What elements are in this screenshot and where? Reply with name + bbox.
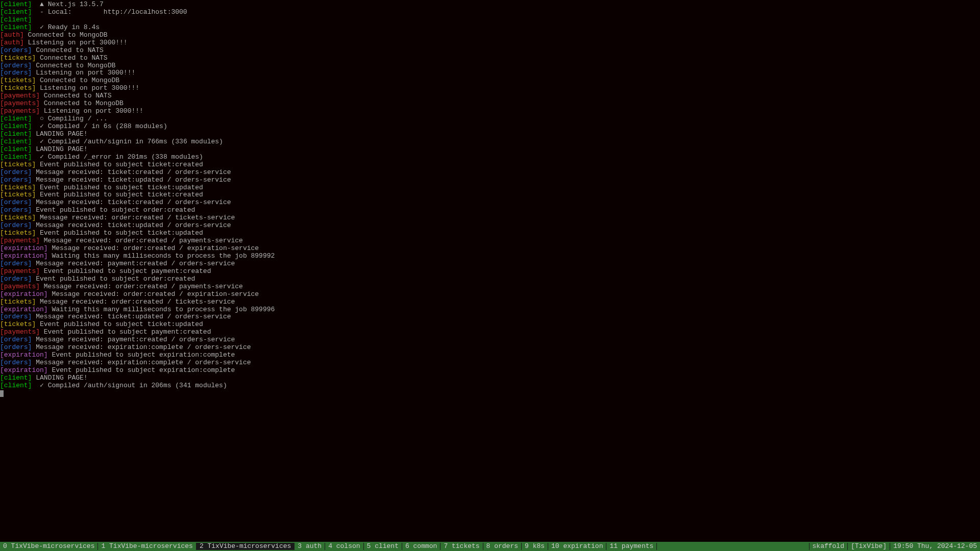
log-message: Message received: order:created / ticket… xyxy=(36,214,235,221)
log-line: [expiration] Message received: order:cre… xyxy=(0,245,980,253)
tmux-window-tab[interactable]: 4 colson xyxy=(325,543,363,550)
service-tag-orders: [orders] xyxy=(0,176,32,184)
log-line: [payments] Event published to subject pa… xyxy=(0,329,980,336)
service-tag-payments: [payments] xyxy=(0,107,40,115)
service-tag-payments: [payments] xyxy=(0,328,40,336)
log-line: [orders] Message received: ticket:create… xyxy=(0,199,980,207)
tmux-window-tab[interactable]: 2 TixVibe-microservices xyxy=(197,543,295,550)
log-line: [orders] Message received: payment:creat… xyxy=(0,336,980,344)
log-line: [tickets] Listening on port 3000!!! xyxy=(0,85,980,92)
log-line: [payments] Message received: order:creat… xyxy=(0,237,980,245)
log-message: Event published to subject ticket:update… xyxy=(36,320,203,328)
log-line: [orders] Message received: ticket:update… xyxy=(0,222,980,230)
tmux-window-tab[interactable]: 11 payments xyxy=(606,543,657,550)
log-message: Event published to subject payment:creat… xyxy=(40,328,211,336)
log-message: Event published to subject expiration:co… xyxy=(48,366,235,374)
log-line: [auth] Connected to MongoDB xyxy=(0,32,980,39)
service-tag-tickets: [tickets] xyxy=(0,214,36,221)
log-line: [orders] Message received: expiration:co… xyxy=(0,359,980,367)
log-line: [orders] Listening on port 3000!!! xyxy=(0,69,980,77)
log-message: Event published to subject expiration:co… xyxy=(48,351,235,359)
log-message: LANDING PAGE! xyxy=(32,145,87,153)
tmux-window-tab[interactable]: 3 auth xyxy=(295,543,325,550)
status-context: skaffold xyxy=(809,543,847,550)
service-tag-orders: [orders] xyxy=(0,46,32,54)
log-message: Message received: order:created / expira… xyxy=(48,244,259,252)
service-tag-client: [client] xyxy=(0,145,32,153)
log-line: [orders] Event published to subject orde… xyxy=(0,276,980,283)
tmux-window-tab[interactable]: 0 TixVibe-microservices xyxy=(0,543,98,550)
service-tag-client: [client] xyxy=(0,16,32,23)
terminal-cursor xyxy=(0,390,4,397)
tmux-tabs: 0 TixVibe-microservices1 TixVibe-microse… xyxy=(0,543,657,550)
log-line: [orders] Event published to subject orde… xyxy=(0,207,980,214)
log-line: [tickets] Connected to MongoDB xyxy=(0,77,980,85)
log-message: Listening on port 3000!!! xyxy=(36,84,139,92)
log-message: Event published to subject ticket:create… xyxy=(36,191,203,198)
service-tag-orders: [orders] xyxy=(0,62,32,69)
log-message: Message received: ticket:updated / order… xyxy=(32,176,231,184)
log-line: [client] LANDING PAGE! xyxy=(0,131,980,138)
service-tag-payments: [payments] xyxy=(0,283,40,290)
log-line: [tickets] Connected to NATS xyxy=(0,55,980,62)
log-line: [client] ✓ Ready in 8.4s xyxy=(0,24,980,32)
tmux-window-tab[interactable]: 10 expiration xyxy=(548,543,606,550)
status-datetime: 19:50 Thu, 2024-12-05 xyxy=(890,543,980,550)
service-tag-client: [client] xyxy=(0,115,32,122)
service-tag-expiration: [expiration] xyxy=(0,366,48,374)
log-message: ✓ Compiled / in 6s (288 modules) xyxy=(32,122,167,130)
log-message: Connected to NATS xyxy=(36,54,107,62)
log-line: [tickets] Message received: order:create… xyxy=(0,214,980,222)
service-tag-orders: [orders] xyxy=(0,198,32,206)
log-line: [payments] Message received: order:creat… xyxy=(0,283,980,291)
log-line: [orders] Connected to NATS xyxy=(0,47,980,55)
log-line: [orders] Message received: payment:creat… xyxy=(0,260,980,268)
log-message: Message received: order:created / paymen… xyxy=(40,237,243,244)
tmux-window-tab[interactable]: 6 common xyxy=(402,543,440,550)
service-tag-orders: [orders] xyxy=(0,69,32,77)
service-tag-tickets: [tickets] xyxy=(0,320,36,328)
service-tag-client: [client] xyxy=(0,8,32,16)
log-message: Message received: ticket:created / order… xyxy=(32,198,231,206)
service-tag-auth: [auth] xyxy=(0,31,24,39)
tmux-window-tab[interactable]: 9 k8s xyxy=(522,543,548,550)
log-line: [payments] Listening on port 3000!!! xyxy=(0,108,980,115)
log-message: Message received: order:created / expira… xyxy=(48,290,259,298)
log-line: [expiration] Message received: order:cre… xyxy=(0,291,980,298)
service-tag-payments: [payments] xyxy=(0,92,40,99)
tmux-window-tab[interactable]: 8 orders xyxy=(483,543,522,550)
log-line: [orders] Message received: ticket:update… xyxy=(0,177,980,184)
service-tag-client: [client] xyxy=(0,153,32,161)
log-message: Listening on port 3000!!! xyxy=(24,39,128,46)
log-message: Message received: payment:created / orde… xyxy=(32,260,235,267)
service-tag-tickets: [tickets] xyxy=(0,184,36,191)
log-message: Event published to subject order:created xyxy=(32,206,195,214)
tmux-window-tab[interactable]: 1 TixVibe-microservices xyxy=(98,543,196,550)
log-message: Waiting this many milliseconds to proces… xyxy=(48,306,275,313)
terminal-output[interactable]: [client] ▲ Next.js 13.5.7[client] - Loca… xyxy=(0,0,980,398)
service-tag-tickets: [tickets] xyxy=(0,77,36,84)
log-message: Connected to NATS xyxy=(40,92,111,99)
tmux-window-tab[interactable]: 7 tickets xyxy=(440,543,483,550)
log-line: [payments] Connected to MongoDB xyxy=(0,100,980,108)
log-message: ✓ Ready in 8.4s xyxy=(32,23,100,31)
log-message: Connected to MongoDB xyxy=(36,77,119,84)
log-message: Listening on port 3000!!! xyxy=(40,107,143,115)
log-line: [orders] Message received: ticket:create… xyxy=(0,169,980,177)
log-message: ○ Compiling / ... xyxy=(32,115,107,122)
service-tag-tickets: [tickets] xyxy=(0,191,36,198)
log-line: [expiration] Waiting this many milliseco… xyxy=(0,306,980,314)
status-session: [TixVibe] xyxy=(847,543,890,550)
service-tag-tickets: [tickets] xyxy=(0,229,36,237)
service-tag-client: [client] xyxy=(0,130,32,138)
service-tag-tickets: [tickets] xyxy=(0,161,36,168)
cursor-line xyxy=(0,390,980,397)
log-message: ✓ Compiled /_error in 201ms (338 modules… xyxy=(32,153,203,161)
service-tag-auth: [auth] xyxy=(0,39,24,46)
log-line: [tickets] Message received: order:create… xyxy=(0,298,980,306)
service-tag-expiration: [expiration] xyxy=(0,306,48,313)
service-tag-client: [client] xyxy=(0,1,32,8)
tmux-window-tab[interactable]: 5 client xyxy=(364,543,402,550)
service-tag-tickets: [tickets] xyxy=(0,298,36,306)
log-message: Event published to subject order:created xyxy=(32,275,195,283)
